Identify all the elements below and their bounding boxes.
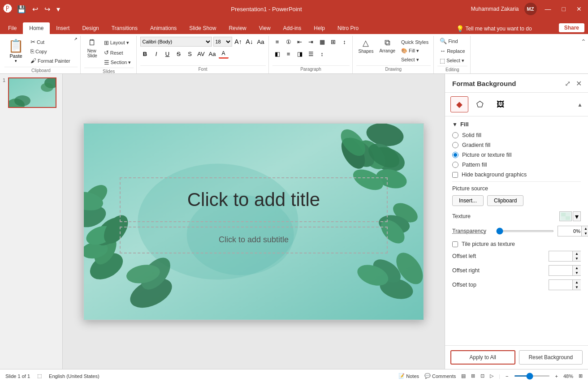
paste-btn[interactable]: 📋 Paste ▾ [4,37,27,66]
insert-btn[interactable]: Insert... [452,195,484,206]
solid-fill-radio[interactable] [452,132,458,138]
replace-btn[interactable]: ↔Replace [437,47,467,55]
panel-expand-btn[interactable]: ⤢ [564,78,571,89]
cut-btn[interactable]: ✂Cut [28,38,73,46]
arrange-btn[interactable]: ⧉ Arrange [377,37,398,55]
clipboard-dialog-btn[interactable]: ↗ [74,37,78,41]
user-avatar[interactable]: MZ [524,3,537,15]
select-ribbon-btn[interactable]: Select ▾ [399,56,431,64]
format-painter-btn[interactable]: 🖌Format Painter [28,56,73,65]
strikethrough-btn[interactable]: S [174,49,184,59]
italic-btn[interactable]: I [151,49,161,59]
tab-review[interactable]: Review [222,22,252,34]
offset-left-input[interactable]: 0% [549,251,572,261]
quick-styles-btn[interactable]: Quick Styles [399,39,431,46]
line-spacing-btn[interactable]: ↕ [317,49,327,59]
view-normal-btn[interactable]: ▤ [461,373,466,379]
fill-tab[interactable]: ◆ [450,96,468,112]
gradient-fill-radio[interactable] [452,142,458,148]
offset-right-input[interactable]: 0% [549,266,572,275]
zoom-slider[interactable] [514,375,550,377]
zoom-out-btn[interactable]: − [506,373,508,379]
comments-btn[interactable]: 💬 Comments [424,373,456,379]
smartart-btn[interactable]: ⊞ [329,37,338,47]
panel-collapse-btn[interactable]: ▲ [577,100,583,108]
slide-canvas[interactable]: Click to add title Click to add subtitle [83,123,424,320]
offset-right-decrement-btn[interactable]: ▼ [573,270,581,275]
view-outline-btn[interactable]: ⊞ [471,373,475,379]
bullets-btn[interactable]: ≡ [272,37,282,47]
hide-bg-graphics-checkbox[interactable] [452,172,458,178]
case-btn[interactable]: Aa [208,49,217,59]
numbering-btn[interactable]: ① [284,37,294,47]
close-btn[interactable]: ✕ [574,4,584,13]
tab-view[interactable]: View [253,22,277,34]
tab-slideshow[interactable]: Slide Show [183,22,222,34]
offset-left-increment-btn[interactable]: ▲ [573,251,581,256]
picture-texture-fill-option[interactable]: Picture or texture fill [452,152,581,158]
texture-dropdown-btn[interactable]: ▾ [573,211,581,221]
fit-window-btn[interactable]: ⊞ [579,373,583,379]
offset-top-input[interactable]: 0% [549,280,572,290]
panel-close-btn[interactable]: ✕ [575,78,583,89]
view-presenter-btn[interactable]: ▷ [490,373,493,379]
tile-picture-option[interactable]: Tile picture as texture [452,241,581,247]
align-left-btn[interactable]: ◧ [272,49,282,59]
transparency-decrement-btn[interactable]: ▼ [582,231,588,236]
transparency-slider[interactable] [496,230,554,232]
tab-help[interactable]: Help [307,22,331,34]
collapse-ribbon-btn[interactable]: ⌃ [581,36,586,46]
decrease-indent-btn[interactable]: ⇤ [295,37,305,47]
maximize-btn[interactable]: □ [559,4,568,13]
align-center-btn[interactable]: ≡ [284,49,294,59]
char-spacing-btn[interactable]: AV [196,49,206,59]
transparency-input[interactable] [558,226,581,236]
slide-subtitle-placeholder[interactable]: Click to add subtitle [120,227,388,253]
tab-home[interactable]: Home [23,22,50,34]
solid-fill-option[interactable]: Solid fill [452,132,581,138]
slide-thumbnail-1[interactable] [8,77,56,108]
copy-btn[interactable]: ⎘Copy [28,47,73,56]
shadow-btn[interactable]: S [185,49,195,59]
paste-dropdown[interactable]: ▾ [15,59,17,63]
shapes-btn[interactable]: △ Shapes [356,37,376,55]
bold-btn[interactable]: B [140,49,150,59]
increase-indent-btn[interactable]: ⇥ [306,37,316,47]
slide-title-placeholder[interactable]: Click to add title [120,177,388,222]
underline-btn[interactable]: U [163,49,173,59]
pattern-fill-option[interactable]: Pattern fill [452,162,581,168]
gradient-fill-option[interactable]: Gradient fill [452,142,581,148]
align-right-btn[interactable]: ◨ [295,49,305,59]
save-qat-btn[interactable]: 💾 [15,4,28,14]
tab-insert[interactable]: Insert [50,22,76,34]
find-btn[interactable]: 🔍Find [437,37,460,45]
picture-texture-fill-radio[interactable] [452,152,458,158]
view-reading-btn[interactable]: ⊡ [480,373,484,379]
offset-top-decrement-btn[interactable]: ▼ [573,285,581,290]
font-clear-btn[interactable]: Aa [256,37,266,47]
share-btn[interactable]: Share [559,23,584,32]
tab-transitions[interactable]: Transitions [105,22,144,34]
select-btn[interactable]: ⬚Select ▾ [437,56,467,65]
font-decrease-btn[interactable]: A↓ [245,37,255,47]
shape-fill-btn[interactable]: 🎨 Fill ▾ [399,47,431,55]
reset-btn[interactable]: ↺Reset [102,48,134,57]
accessibility-btn[interactable]: ⬚ [37,373,42,379]
transparency-increment-btn[interactable]: ▲ [582,226,588,231]
tab-design[interactable]: Design [76,22,105,34]
apply-to-all-btn[interactable]: Apply to All [450,350,515,365]
minimize-btn[interactable]: — [542,4,554,13]
offset-top-increment-btn[interactable]: ▲ [573,280,581,285]
picture-tab[interactable]: 🖼 [492,96,510,112]
section-btn[interactable]: ☰Section ▾ [102,58,134,67]
pattern-fill-radio[interactable] [452,162,458,168]
columns-btn[interactable]: ▦ [317,37,327,47]
font-color-btn[interactable]: A [219,49,229,59]
offset-left-decrement-btn[interactable]: ▼ [573,256,581,261]
tab-addins[interactable]: Add-ins [277,22,308,34]
tab-nitro[interactable]: Nitro Pro [331,22,365,34]
customize-qat-btn[interactable]: ▾ [55,4,62,14]
tile-picture-checkbox[interactable] [452,241,458,247]
tab-animations[interactable]: Animations [144,22,183,34]
font-family-select[interactable]: Calibri (Body) [140,37,212,47]
